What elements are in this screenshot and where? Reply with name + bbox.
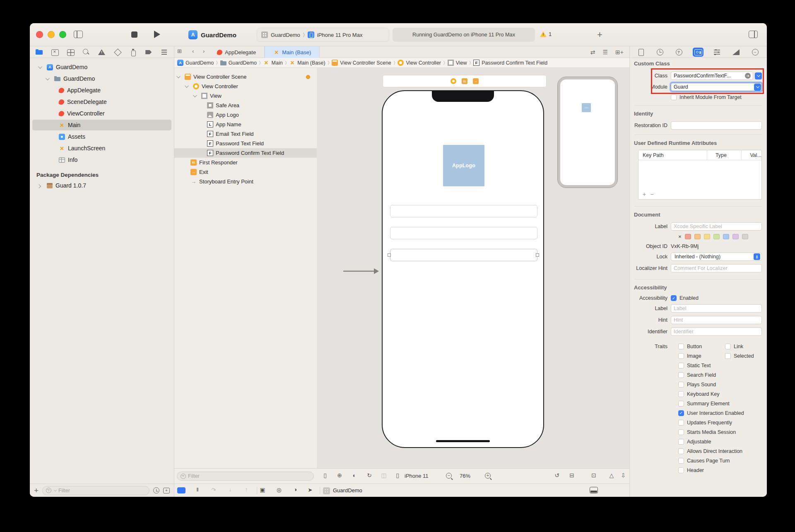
breakpoints-toggle-button[interactable] <box>177 487 186 493</box>
editor-tab-main-base[interactable]: Main (Base) <box>265 46 320 58</box>
trait-checkbox-button[interactable] <box>678 344 684 349</box>
memory-graph-icon[interactable]: ◎ <box>275 486 284 493</box>
trait-checkbox-updates-frequently[interactable] <box>678 420 684 426</box>
storyboard-entry-point-arrow[interactable] <box>343 267 379 275</box>
step-into-icon[interactable]: ↓ <box>226 486 235 493</box>
column-value[interactable]: Val... <box>746 152 761 158</box>
update-frames-icon[interactable]: ↺ <box>553 472 561 479</box>
identity-inspector-tab[interactable] <box>693 48 703 57</box>
sidebar-item-scenedelegate[interactable]: SceneDelegate <box>30 96 174 108</box>
trait-checkbox-user-interaction-enabled[interactable]: ✓ <box>678 410 684 416</box>
outline-item-password-text-field[interactable]: Password Text Field <box>174 139 317 148</box>
simulate-location-icon[interactable]: ➤ <box>306 486 315 493</box>
trait-checkbox-selected[interactable] <box>725 353 731 359</box>
restoration-id-field[interactable] <box>671 121 762 130</box>
color-swatch-1[interactable] <box>685 234 691 239</box>
accessibility-enabled-checkbox[interactable]: ✓ <box>671 295 677 301</box>
lock-stepper-icon[interactable]: ▲▼ <box>754 253 760 260</box>
exit-dock-icon[interactable] <box>473 78 479 84</box>
sidebar-item-appdelegate[interactable]: AppDelegate <box>30 84 174 96</box>
accessibility-hint-field[interactable] <box>671 316 762 324</box>
size-inspector-tab[interactable] <box>731 48 742 57</box>
toggle-right-sidebar-icon[interactable] <box>749 31 758 38</box>
report-navigator-icon[interactable] <box>160 48 169 57</box>
color-swatch-4[interactable] <box>713 234 720 239</box>
minimize-window-button[interactable] <box>48 31 55 38</box>
pause-execution-icon[interactable]: ‖ <box>193 486 202 493</box>
issue-navigator-icon[interactable] <box>97 48 106 57</box>
disclosure-chevron-icon[interactable] <box>176 74 181 78</box>
app-logo-image-view[interactable]: AppLogo <box>443 145 484 186</box>
trait-checkbox-link[interactable] <box>725 344 731 349</box>
column-type[interactable]: Type <box>711 152 727 158</box>
view-hierarchy-debugger-icon[interactable]: ▣ <box>258 486 267 493</box>
storyboard-canvas[interactable]: AppLogo — <box>317 68 629 468</box>
device-label[interactable]: iPhone 11 <box>405 473 429 479</box>
class-dropdown-chevron-icon[interactable] <box>755 72 762 79</box>
jump-to-class-icon[interactable]: ➔ <box>745 73 751 79</box>
symbol-navigator-icon[interactable] <box>66 48 75 57</box>
trait-checkbox-plays-sound[interactable] <box>678 382 684 388</box>
run-button[interactable] <box>154 31 160 38</box>
trait-checkbox-causes-page-turn[interactable] <box>678 458 684 464</box>
appearance-toggle-icon[interactable]: ◐ <box>350 472 359 479</box>
trait-checkbox-summary-element[interactable] <box>678 401 684 407</box>
embed-in-stack-icon[interactable]: ⊟ <box>568 472 576 479</box>
warning-badge[interactable]: 1 <box>540 31 552 37</box>
module-dropdown-chevron-icon[interactable] <box>754 84 761 91</box>
view-controller-dock-icon[interactable] <box>450 78 456 84</box>
adaptation-icon[interactable]: ◫ <box>380 472 388 479</box>
scheme-target-label[interactable]: GuardDemo <box>271 32 300 38</box>
trait-checkbox-image[interactable] <box>678 353 684 359</box>
navigator-filter-field[interactable]: Filter <box>42 486 149 495</box>
source-control-status-filter-icon[interactable] <box>163 488 170 493</box>
add-attribute-button[interactable]: + <box>643 191 650 197</box>
outline-item-app-name[interactable]: App Name <box>174 120 317 129</box>
sidebar-item-guard-1-0-7[interactable]: Guard 1.0.7 <box>30 180 174 191</box>
outline-filter-field[interactable]: Filter <box>177 472 314 481</box>
zoom-window-button[interactable] <box>59 31 66 38</box>
go-back-icon[interactable]: ‹ <box>192 48 194 54</box>
connections-inspector-tab[interactable] <box>750 48 761 57</box>
first-responder-dock-icon[interactable] <box>462 78 467 84</box>
outline-item-safe-area[interactable]: Safe Area <box>174 101 317 110</box>
trait-checkbox-adjustable[interactable] <box>678 439 684 445</box>
selection-handle-right[interactable] <box>536 253 539 257</box>
disclosure-chevron-icon[interactable] <box>185 84 189 88</box>
outline-item-app-logo[interactable]: App Logo <box>174 110 317 120</box>
scheme-device-label[interactable]: iPhone 11 Pro Max <box>317 32 363 38</box>
test-navigator-icon[interactable] <box>113 48 122 57</box>
step-out-icon[interactable]: ↑ <box>242 486 251 493</box>
selection-handle-left[interactable] <box>388 253 391 257</box>
quick-help-inspector-tab[interactable] <box>674 48 684 57</box>
sidebar-item-viewcontroller[interactable]: ViewController <box>30 108 174 119</box>
inherit-module-checkbox[interactable] <box>671 94 677 100</box>
outline-item-view[interactable]: View <box>174 91 317 101</box>
zoom-out-icon[interactable]: − <box>446 473 452 479</box>
breakpoint-navigator-icon[interactable] <box>144 48 153 57</box>
disclosure-chevron-icon[interactable] <box>193 93 197 97</box>
file-inspector-tab[interactable] <box>636 48 646 57</box>
new-tab-button[interactable]: + <box>597 29 602 40</box>
sidebar-item-main[interactable]: Main <box>30 119 174 131</box>
view-controller-scene[interactable]: AppLogo <box>382 90 544 448</box>
class-field[interactable] <box>671 72 753 80</box>
project-navigator-icon[interactable] <box>35 48 44 57</box>
localizer-hint-field[interactable] <box>671 264 762 272</box>
email-text-field[interactable] <box>390 205 537 217</box>
tab-overview-icon[interactable]: ⊞ <box>177 48 182 54</box>
accessibility-preview-icon[interactable]: ⊕ <box>335 472 344 479</box>
outline-item-view-controller-scene[interactable]: View Controller Scene <box>174 72 317 82</box>
sidebar-item-info[interactable]: Info <box>30 154 174 166</box>
trait-checkbox-allows-direct-interaction[interactable] <box>678 448 684 454</box>
toggle-left-sidebar-icon[interactable] <box>74 31 83 38</box>
color-swatch-2[interactable] <box>694 234 701 239</box>
breadcrumb-item-guarddemo[interactable]: GuardDemo <box>177 60 214 66</box>
outline-item-exit[interactable]: Exit <box>174 167 317 177</box>
zoom-in-icon[interactable]: + <box>485 473 491 479</box>
outline-item-view-controller[interactable]: View Controller <box>174 82 317 91</box>
stop-button[interactable] <box>131 31 137 38</box>
debug-navigator-icon[interactable] <box>129 48 138 57</box>
lock-dropdown[interactable]: Inherited - (Nothing) ▲▼ <box>671 253 762 261</box>
align-icon[interactable]: ⊡ <box>590 472 598 479</box>
